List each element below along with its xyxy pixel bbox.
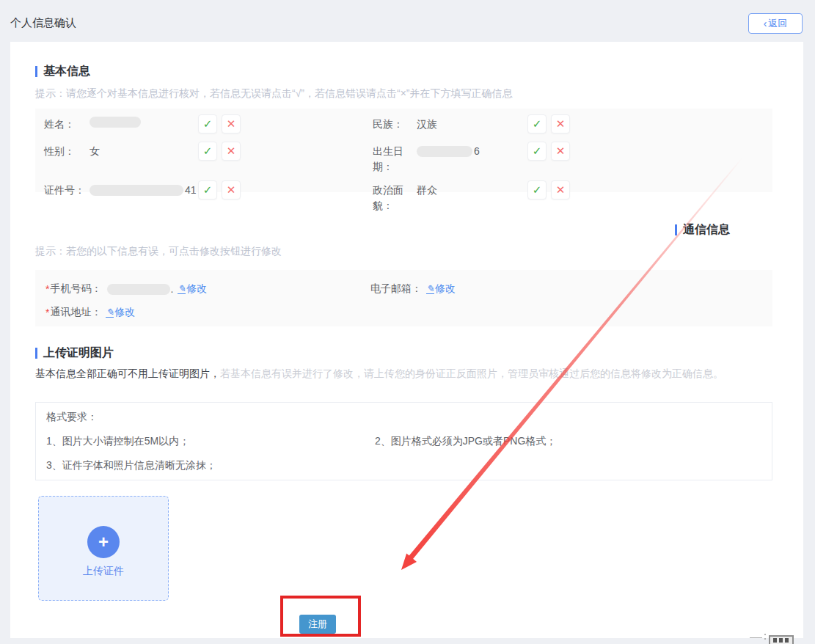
confirm-correct-button[interactable]: ✓ bbox=[198, 114, 217, 133]
field-label: 出生日期： bbox=[373, 142, 408, 175]
section-title: 上传证明图片 bbox=[43, 345, 114, 361]
field-label: 姓名： bbox=[44, 114, 89, 132]
format-requirements-box: 格式要求： 1、图片大小请控制在5M以内； 2、图片格式必须为JPG或者PNG格… bbox=[35, 402, 772, 480]
register-button[interactable]: 注册 bbox=[299, 615, 336, 634]
email-row: 电子邮箱： ✎ 修改 bbox=[370, 281, 456, 297]
section-header-contact-info: 通信信息 bbox=[675, 222, 730, 238]
upload-certificate-dropzone[interactable]: + 上传证件 bbox=[38, 496, 169, 601]
field-value: 汉族 bbox=[417, 117, 437, 132]
upload-description: 基本信息全部正确可不用上传证明图片，若基本信息有误并进行了修改，请上传您的身份证… bbox=[35, 367, 723, 381]
edit-email-link[interactable]: ✎ 修改 bbox=[426, 282, 456, 296]
confirm-wrong-button[interactable]: ✕ bbox=[551, 114, 570, 133]
page-title: 个人信息确认 bbox=[10, 16, 76, 30]
section-accent-bar bbox=[35, 348, 37, 359]
confirm-wrong-button[interactable]: ✕ bbox=[551, 180, 570, 200]
confirm-correct-button[interactable]: ✓ bbox=[198, 180, 217, 200]
confirm-wrong-button[interactable]: ✕ bbox=[222, 114, 241, 133]
snip-tool-icon bbox=[769, 635, 794, 644]
contact-fields-background bbox=[35, 270, 772, 326]
edit-phone-link[interactable]: ✎ 修改 bbox=[178, 282, 207, 296]
upload-description-primary: 基本信息全部正确可不用上传证明图片， bbox=[35, 367, 220, 379]
section-header-basic-info: 基本信息 bbox=[35, 64, 90, 79]
confirm-correct-button[interactable]: ✓ bbox=[527, 180, 547, 200]
field-value: 女 bbox=[89, 144, 100, 159]
format-requirements-title: 格式要求： bbox=[46, 411, 98, 424]
redacted-name-value bbox=[89, 117, 141, 128]
phone-row: * 手机号码： . ✎ 修改 bbox=[45, 281, 207, 297]
snip-tool-dot bbox=[764, 634, 766, 635]
pencil-icon: ✎ bbox=[106, 307, 114, 318]
redacted-birthdate-value bbox=[417, 146, 472, 157]
section-title: 通信信息 bbox=[683, 222, 730, 238]
field-row-name: 姓名： ✓ ✕ bbox=[44, 114, 257, 133]
field-row-political-status: 政治面貌： 群众 ✓ ✕ bbox=[373, 180, 585, 217]
field-label: 证件号： bbox=[44, 180, 89, 198]
redacted-id-value bbox=[89, 185, 183, 196]
confirm-wrong-button[interactable]: ✕ bbox=[222, 142, 241, 161]
main-card: 基本信息 提示：请您逐个对基本信息进行核对，若信息无误请点击“√”，若信息错误请… bbox=[10, 42, 803, 638]
field-row-ethnicity: 民族： 汉族 ✓ ✕ bbox=[373, 114, 585, 133]
field-value: 41 bbox=[185, 183, 197, 198]
field-value: 群众 bbox=[417, 183, 437, 198]
confirm-correct-button[interactable]: ✓ bbox=[527, 114, 547, 133]
format-rule-3: 3、证件字体和照片信息清晰无涂抹； bbox=[46, 459, 216, 472]
address-row: * 通讯地址： ✎ 修改 bbox=[45, 304, 135, 321]
section-accent-bar bbox=[675, 224, 677, 235]
email-label: 电子邮箱： bbox=[370, 282, 422, 296]
section-accent-bar bbox=[35, 66, 37, 77]
pencil-icon: ✎ bbox=[426, 284, 434, 294]
field-row-gender: 性别： 女 ✓ ✕ bbox=[44, 142, 257, 161]
address-label: 通讯地址： bbox=[50, 306, 101, 319]
redacted-phone-value bbox=[107, 284, 170, 295]
upload-description-secondary: 若基本信息有误并进行了修改，请上传您的身份证正反面照片，管理员审核通过后您的信息… bbox=[220, 367, 723, 379]
phone-label: 手机号码： bbox=[50, 282, 101, 296]
field-label: 性别： bbox=[44, 142, 89, 159]
edit-address-link[interactable]: ✎ 修改 bbox=[106, 306, 135, 319]
required-mark: * bbox=[45, 307, 49, 318]
format-rule-1: 1、图片大小请控制在5M以内； bbox=[46, 435, 189, 448]
edit-link-label: 修改 bbox=[435, 282, 456, 296]
snip-tool-line bbox=[750, 637, 762, 638]
plus-icon: + bbox=[87, 526, 120, 558]
required-mark: * bbox=[45, 283, 49, 295]
field-row-birth-date: 出生日期： 6 ✓ ✕ bbox=[373, 142, 585, 178]
basic-info-tip: 提示：请您逐个对基本信息进行核对，若信息无误请点击“√”，若信息错误请点击“×”… bbox=[35, 87, 513, 100]
contact-info-tip: 提示：若您的以下信息有误，可点击修改按钮进行修改 bbox=[35, 245, 282, 258]
section-header-upload: 上传证明图片 bbox=[35, 345, 114, 361]
confirm-correct-button[interactable]: ✓ bbox=[527, 142, 547, 161]
back-button-label: 返回 bbox=[768, 17, 787, 30]
field-value: 6 bbox=[474, 144, 480, 159]
field-label: 民族： bbox=[373, 114, 408, 132]
snip-tool-dot bbox=[764, 638, 766, 640]
upload-certificate-label: 上传证件 bbox=[83, 565, 124, 578]
chevron-left-icon: ‹ bbox=[764, 18, 767, 29]
phone-suffix: . bbox=[170, 283, 173, 295]
edit-link-label: 修改 bbox=[114, 306, 135, 319]
back-button[interactable]: ‹ 返回 bbox=[748, 13, 803, 34]
confirm-correct-button[interactable]: ✓ bbox=[198, 142, 217, 161]
format-rule-2: 2、图片格式必须为JPG或者PNG格式； bbox=[375, 435, 556, 448]
confirm-wrong-button[interactable]: ✕ bbox=[551, 142, 570, 161]
pencil-icon: ✎ bbox=[178, 284, 186, 294]
confirm-wrong-button[interactable]: ✕ bbox=[222, 180, 241, 200]
field-label: 政治面貌： bbox=[373, 180, 408, 213]
edit-link-label: 修改 bbox=[186, 282, 207, 296]
field-row-id-number: 证件号： 41 ✓ ✕ bbox=[44, 180, 257, 200]
section-title: 基本信息 bbox=[43, 64, 90, 79]
